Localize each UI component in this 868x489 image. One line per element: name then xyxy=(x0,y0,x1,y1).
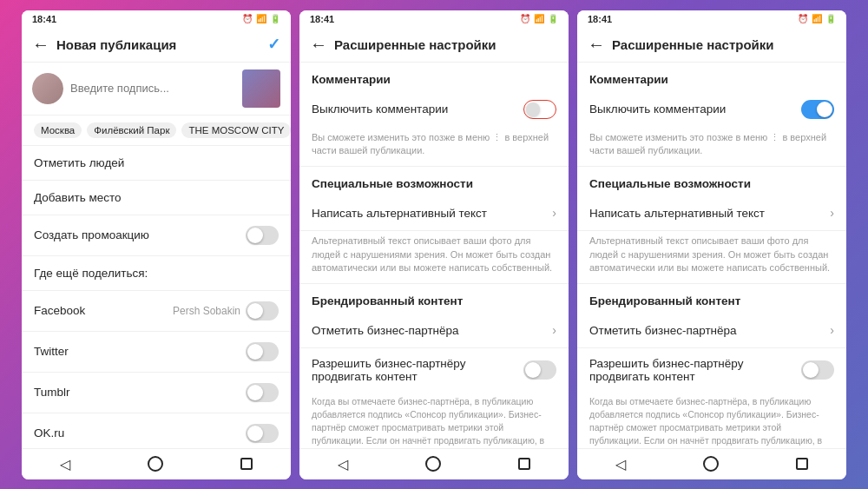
partner-row-2[interactable]: Отметить бизнес-партнёра › xyxy=(577,313,846,348)
recents-nav-button[interactable] xyxy=(240,458,253,470)
twitter-toggle[interactable] xyxy=(246,342,279,361)
partner-row-1[interactable]: Отметить бизнес-партнёра › xyxy=(299,313,569,348)
bottom-nav-2: ◁ xyxy=(299,448,569,479)
accessibility-section-header-2: Специальные возможности xyxy=(577,167,846,195)
back-nav-button-2[interactable]: ◁ xyxy=(338,456,348,472)
confirm-button[interactable]: ✓ xyxy=(267,35,280,54)
status-bar-1: 18:41 ⏰ 📶 🔋 xyxy=(22,10,291,28)
disable-comments-toggle-2[interactable] xyxy=(801,100,834,119)
bottom-nav-3: ◁ xyxy=(577,448,846,479)
home-nav-button[interactable] xyxy=(148,456,163,472)
facebook-username: Persh Sobakin xyxy=(173,305,240,317)
alarm-icon-3: ⏰ xyxy=(798,14,808,23)
alt-text-row-1[interactable]: Написать альтернативный текст › xyxy=(299,195,569,231)
comments-title-2: Комментарии xyxy=(589,73,668,86)
disable-comments-toggle-1[interactable] xyxy=(523,100,556,119)
wifi-icon-2: 📶 xyxy=(534,14,544,23)
promote-label-2: Разрешить бизнес-партнёру продвигать кон… xyxy=(589,357,801,383)
back-button-2[interactable]: ← xyxy=(310,35,327,55)
branded-desc-2: Когда вы отмечаете бизнес-партнёра, в пу… xyxy=(577,392,846,447)
back-nav-button[interactable]: ◁ xyxy=(60,456,70,472)
menu-item-twitter[interactable]: Twitter xyxy=(22,332,291,373)
tag-moscow-city[interactable]: THE MOSCOW CITY xyxy=(181,122,291,138)
home-nav-button-3[interactable] xyxy=(703,456,719,472)
branded-title-2: Брендированный контент xyxy=(589,294,740,307)
time-1: 18:41 xyxy=(32,14,56,24)
tumblr-toggle[interactable] xyxy=(246,383,279,402)
tag-filevsky[interactable]: Филёвский Парк xyxy=(87,122,176,138)
status-icons-1: ⏰ 📶 🔋 xyxy=(242,14,280,23)
alarm-icon-2: ⏰ xyxy=(520,14,530,23)
alt-text-arrow-1: › xyxy=(552,206,556,220)
wifi-icon: 📶 xyxy=(256,14,266,23)
recents-nav-button-2[interactable] xyxy=(518,458,530,470)
caption-area xyxy=(22,63,291,116)
menu-item-tag-people[interactable]: Отметить людей xyxy=(22,146,291,181)
promo-toggle[interactable] xyxy=(246,226,279,245)
partner-label-2: Отметить бизнес-партнёра xyxy=(589,324,737,337)
header-advanced-1: ← Расширенные настройки xyxy=(299,28,569,63)
okru-label: OK.ru xyxy=(34,426,64,439)
disable-comments-row-2[interactable]: Выключить комментарии xyxy=(577,91,846,128)
branded-section-header-2: Брендированный контент xyxy=(577,284,846,313)
avatar xyxy=(32,73,63,104)
page-title-1: Новая публикация xyxy=(56,37,267,52)
promote-label-1: Разрешить бизнес-партнёру продвигать кон… xyxy=(312,357,523,383)
screen-new-post: 18:41 ⏰ 📶 🔋 ← Новая публикация ✓ Москва … xyxy=(22,10,291,479)
status-bar-3: 18:41 ⏰ 📶 🔋 xyxy=(577,10,846,28)
header-advanced-2: ← Расширенные настройки xyxy=(577,28,846,63)
comments-section-header-1: Комментарии xyxy=(299,63,569,91)
menu-item-create-promo[interactable]: Создать промоакцию xyxy=(22,215,291,256)
alt-text-row-2[interactable]: Написать альтернативный текст › xyxy=(577,195,846,231)
partner-arrow-1: › xyxy=(552,323,556,337)
promote-toggle-2[interactable] xyxy=(801,360,834,380)
caption-input[interactable] xyxy=(70,82,235,95)
settings-list-1: Комментарии Выключить комментарии Вы смо… xyxy=(299,63,569,448)
promote-row-1[interactable]: Разрешить бизнес-партнёру продвигать кон… xyxy=(299,348,569,392)
disable-comments-desc-2: Вы сможете изменить это позже в меню ⋮ в… xyxy=(577,128,846,168)
back-nav-button-3[interactable]: ◁ xyxy=(615,456,626,472)
screen-advanced-settings-1: 18:41 ⏰ 📶 🔋 ← Расширенные настройки Комм… xyxy=(299,10,569,479)
branded-section-header-1: Брендированный контент xyxy=(299,284,569,313)
alt-text-desc-2: Альтернативный текст описывает ваши фото… xyxy=(577,231,846,284)
screen-advanced-settings-2: 18:41 ⏰ 📶 🔋 ← Расширенные настройки Комм… xyxy=(577,10,846,479)
page-title-2: Расширенные настройки xyxy=(334,37,558,52)
accessibility-title-1: Специальные возможности xyxy=(312,177,473,190)
menu-item-tumblr[interactable]: Tumblr xyxy=(22,373,291,413)
status-icons-2: ⏰ 📶 🔋 xyxy=(520,14,558,23)
comments-section-header-2: Комментарии xyxy=(577,63,846,91)
page-title-3: Расширенные настройки xyxy=(612,37,836,52)
bottom-nav-1: ◁ xyxy=(22,448,291,479)
home-nav-button-2[interactable] xyxy=(425,456,441,472)
alt-text-desc-1: Альтернативный текст описывает ваши фото… xyxy=(299,231,569,284)
accessibility-section-header-1: Специальные возможности xyxy=(299,167,569,195)
wifi-icon-3: 📶 xyxy=(812,14,822,23)
facebook-toggle[interactable] xyxy=(246,301,279,320)
promote-row-2[interactable]: Разрешить бизнес-партнёру продвигать кон… xyxy=(577,348,846,392)
status-bar-2: 18:41 ⏰ 📶 🔋 xyxy=(299,10,569,28)
menu-item-share-header: Где ещё поделиться: xyxy=(22,256,291,291)
add-location-label: Добавить место xyxy=(34,191,122,204)
menu-item-okru[interactable]: OK.ru xyxy=(22,413,291,448)
alt-text-arrow-2: › xyxy=(830,206,834,220)
recents-nav-button-3[interactable] xyxy=(796,458,808,470)
branded-desc-text-1: Когда вы отмечаете бизнес-партнёра, в пу… xyxy=(312,396,544,447)
okru-toggle[interactable] xyxy=(246,424,279,443)
comments-title-1: Комментарии xyxy=(312,73,391,86)
header-new-post: ← Новая публикация ✓ xyxy=(22,28,291,63)
tags-row: Москва Филёвский Парк THE MOSCOW CITY Мо… xyxy=(22,116,291,146)
back-button[interactable]: ← xyxy=(32,35,49,55)
promote-toggle-1[interactable] xyxy=(523,360,556,380)
settings-list-2: Комментарии Выключить комментарии Вы смо… xyxy=(577,63,846,448)
menu-item-facebook[interactable]: Facebook Persh Sobakin xyxy=(22,291,291,332)
back-button-3[interactable]: ← xyxy=(588,35,605,55)
tag-moscow[interactable]: Москва xyxy=(34,122,82,138)
disable-comments-row-1[interactable]: Выключить комментарии xyxy=(299,91,569,128)
menu-item-add-location[interactable]: Добавить место xyxy=(22,181,291,215)
partner-arrow-2: › xyxy=(830,323,834,337)
share-header-label: Где ещё поделиться: xyxy=(34,267,148,280)
tag-people-label: Отметить людей xyxy=(34,156,124,169)
avatar-image xyxy=(32,73,63,104)
branded-title-1: Брендированный контент xyxy=(312,294,463,307)
facebook-label: Facebook xyxy=(34,304,85,317)
